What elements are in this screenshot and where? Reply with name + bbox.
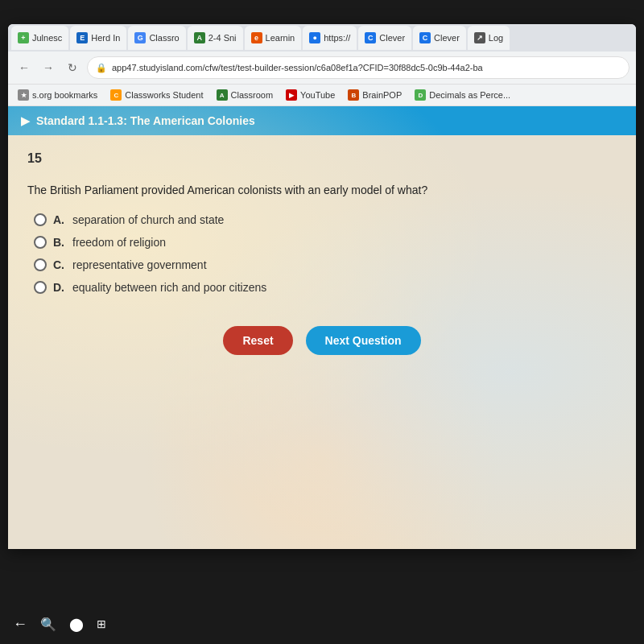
tab-log[interactable]: ↗ Log — [468, 26, 510, 50]
tabs-bar: + Julnesc E Herd In G Classro A 2-4 Sni … — [8, 24, 636, 52]
reload-button[interactable]: ↻ — [63, 58, 82, 77]
question-text: The British Parliament provided American… — [27, 182, 617, 199]
tab-icon-sni: A — [194, 32, 205, 43]
tab-learnin[interactable]: e Learnin — [245, 26, 302, 50]
option-letter-d: D. — [53, 281, 66, 294]
address-box[interactable]: 🔒 app47.studyisland.com/cfw/test/test-bu… — [87, 56, 630, 79]
search-taskbar-button[interactable]: 🔍 — [40, 617, 56, 632]
tab-clever1[interactable]: C Clever — [358, 26, 411, 50]
reset-button[interactable]: Reset — [223, 326, 292, 355]
tab-icon-herdin: E — [76, 32, 88, 43]
standard-header: ▶ Standard 1.1-1.3: The American Colonie… — [8, 106, 636, 135]
bookmark-icon-classworks: C — [110, 89, 122, 101]
tab-clever2[interactable]: C Clever — [413, 26, 466, 50]
option-letter-c: C. — [53, 258, 66, 271]
next-question-button[interactable]: Next Question — [306, 326, 421, 355]
option-text-b: freedom of religion — [72, 236, 166, 249]
option-letter-a: A. — [53, 213, 66, 226]
bookmark-brainpop[interactable]: B BrainPOP — [345, 88, 405, 102]
option-c[interactable]: C. representative government — [34, 258, 617, 271]
tab-icon-log: ↗ — [474, 32, 485, 43]
tab-icon-julnesc: + — [18, 32, 29, 43]
tab-julnesc[interactable]: + Julnesc — [11, 26, 68, 50]
standard-title: Standard 1.1-1.3: The American Colonies — [36, 114, 255, 127]
taskbar: ← 🔍 ⬤ ⊞ — [0, 604, 644, 644]
lock-icon: 🔒 — [96, 63, 107, 73]
forward-button[interactable]: → — [39, 58, 58, 77]
radio-c[interactable] — [34, 258, 47, 271]
tab-icon-learnin: e — [251, 32, 262, 43]
bookmark-youtube[interactable]: ▶ YouTube — [283, 88, 338, 102]
back-button[interactable]: ← — [14, 58, 34, 77]
option-letter-b: B. — [53, 236, 66, 249]
bookmark-decimals[interactable]: D Decimals as Perce... — [411, 88, 514, 102]
option-d[interactable]: D. equality between rich and poor citize… — [34, 281, 617, 294]
browser-window: + Julnesc E Herd In G Classro A 2-4 Sni … — [8, 24, 636, 549]
option-text-c: representative government — [72, 258, 207, 271]
menu-taskbar-button[interactable]: ⊞ — [97, 617, 106, 630]
option-a[interactable]: A. separation of church and state — [34, 213, 617, 226]
bookmark-icon-org: ★ — [18, 89, 29, 101]
tab-icon-classro: G — [134, 32, 146, 43]
address-bar-area: ← → ↻ 🔒 app47.studyisland.com/cfw/test/t… — [8, 52, 636, 85]
tab-icon-https: ● — [309, 32, 320, 43]
back-taskbar-button[interactable]: ← — [13, 616, 27, 633]
tab-herdin[interactable]: E Herd In — [70, 26, 126, 50]
content-area: ▶ Standard 1.1-1.3: The American Colonie… — [8, 106, 636, 549]
bookmark-classworks[interactable]: C Classworks Student — [107, 88, 206, 102]
question-container: 15 The British Parliament provided Ameri… — [8, 135, 636, 387]
bookmark-icon-decimals: D — [415, 89, 426, 101]
bookmark-org[interactable]: ★ s.org bookmarks — [14, 88, 101, 102]
radio-d[interactable] — [34, 281, 47, 294]
options-list: A. separation of church and state B. fre… — [34, 213, 617, 294]
tab-https[interactable]: ● https:// — [303, 26, 357, 50]
home-taskbar-button[interactable]: ⬤ — [69, 617, 84, 632]
radio-a[interactable] — [34, 213, 47, 226]
bookmarks-bar: ★ s.org bookmarks C Classworks Student A… — [8, 85, 636, 106]
bookmark-classroom[interactable]: A Classroom — [213, 88, 277, 102]
arrow-icon: ▶ — [21, 114, 30, 127]
question-number: 15 — [27, 151, 617, 166]
tab-icon-clever1: C — [365, 32, 376, 43]
bookmark-icon-brainpop: B — [348, 89, 359, 101]
radio-b[interactable] — [34, 236, 47, 249]
option-text-d: equality between rich and poor citizens — [72, 281, 266, 294]
bookmark-icon-youtube: ▶ — [286, 89, 297, 101]
option-b[interactable]: B. freedom of religion — [34, 236, 617, 249]
option-text-a: separation of church and state — [72, 213, 224, 226]
tab-icon-clever2: C — [419, 32, 431, 43]
buttons-area: Reset Next Question — [27, 326, 617, 371]
bookmark-icon-classroom: A — [217, 89, 228, 101]
tab-classro[interactable]: G Classro — [128, 26, 185, 50]
tab-sni[interactable]: A 2-4 Sni — [188, 26, 243, 50]
